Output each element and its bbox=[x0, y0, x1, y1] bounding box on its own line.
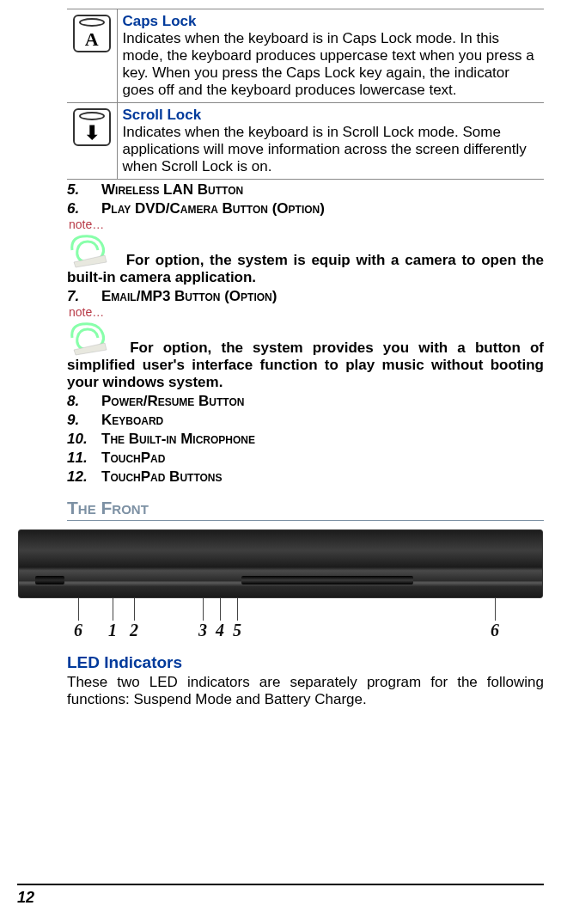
table-row: A Caps Lock Indicates when the keyboard … bbox=[67, 9, 544, 103]
list-number: 12. bbox=[67, 468, 101, 486]
list-item: 12. TouchPad Buttons bbox=[17, 468, 544, 486]
figure-callouts: 6 1 2 3 4 5 6 bbox=[18, 598, 543, 641]
list-item: 8. Power/Resume Button bbox=[17, 393, 544, 410]
page-number: 12 bbox=[17, 889, 34, 906]
list-number: 6. bbox=[67, 200, 101, 217]
list-label: TouchPad bbox=[101, 450, 165, 467]
table-row: ⬇ Scroll Lock Indicates when the keyboar… bbox=[67, 103, 544, 180]
callout-label: 4 bbox=[216, 621, 224, 640]
list-item: 6. Play DVD/Camera Button (Option) bbox=[17, 200, 544, 217]
list-label: Play DVD/Camera Button (Option) bbox=[101, 200, 325, 217]
scroll-lock-desc-cell: Scroll Lock Indicates when the keyboard … bbox=[117, 103, 544, 180]
led-indicators-heading: LED Indicators bbox=[17, 653, 544, 672]
scroll-lock-icon: ⬇ bbox=[73, 108, 111, 146]
list-item: 7. Email/MP3 Button (Option) bbox=[17, 288, 544, 305]
list-label: TouchPad Buttons bbox=[101, 468, 223, 486]
caps-lock-title: Caps Lock bbox=[123, 13, 197, 29]
note-text: For option, the system is equip with a c… bbox=[67, 252, 544, 285]
list-number: 8. bbox=[67, 393, 101, 410]
callout-label: 2 bbox=[130, 621, 138, 640]
list-label: Email/MP3 Button (Option) bbox=[101, 288, 277, 305]
list-label: Power/Resume Button bbox=[101, 393, 244, 410]
paperclip-icon bbox=[67, 231, 112, 269]
callout-label: 1 bbox=[108, 621, 117, 640]
list-item: 11. TouchPad bbox=[17, 450, 544, 467]
laptop-body bbox=[18, 529, 543, 598]
list-number: 7. bbox=[67, 288, 101, 305]
note-icon: note… bbox=[67, 307, 117, 357]
callout-label: 5 bbox=[233, 621, 241, 640]
page-footer: 12 bbox=[17, 884, 544, 907]
list-item: 9. Keyboard bbox=[17, 412, 544, 429]
scroll-lock-icon-cell: ⬇ bbox=[67, 103, 117, 180]
laptop-front-figure: 6 1 2 3 4 5 6 bbox=[18, 529, 543, 650]
list-item: 10. The Built-in Microphone bbox=[17, 431, 544, 448]
paperclip-icon bbox=[67, 319, 112, 357]
list-number: 5. bbox=[67, 181, 101, 199]
list-number: 10. bbox=[67, 431, 101, 448]
list-label: Wireless LAN Button bbox=[101, 181, 243, 199]
caps-lock-icon-cell: A bbox=[67, 9, 117, 103]
note-block: note… For option, the system provides yo… bbox=[17, 307, 544, 391]
scroll-lock-desc: Indicates when the keyboard is in Scroll… bbox=[123, 124, 527, 174]
list-label: Keyboard bbox=[101, 412, 163, 429]
callout-label: 3 bbox=[198, 621, 207, 640]
list-item: 5. Wireless LAN Button bbox=[17, 181, 544, 199]
scroll-lock-title: Scroll Lock bbox=[123, 107, 202, 123]
section-heading-front: The Front bbox=[67, 498, 544, 521]
list-number: 9. bbox=[67, 412, 101, 429]
callout-label: 6 bbox=[74, 621, 82, 640]
callout-label: 6 bbox=[491, 621, 499, 640]
caps-lock-desc: Indicates when the keyboard is in Caps L… bbox=[123, 30, 534, 98]
list-label: The Built-in Microphone bbox=[101, 431, 255, 448]
indicator-table: A Caps Lock Indicates when the keyboard … bbox=[67, 9, 544, 180]
led-indicators-paragraph: These two LED indicators are separately … bbox=[17, 674, 544, 709]
note-block: note… For option, the system is equip wi… bbox=[17, 219, 544, 286]
list-number: 11. bbox=[67, 450, 101, 467]
caps-lock-desc-cell: Caps Lock Indicates when the keyboard is… bbox=[117, 9, 544, 103]
caps-lock-icon: A bbox=[73, 15, 111, 52]
note-icon: note… bbox=[67, 219, 117, 269]
note-text: For option, the system provides you with… bbox=[67, 340, 544, 390]
